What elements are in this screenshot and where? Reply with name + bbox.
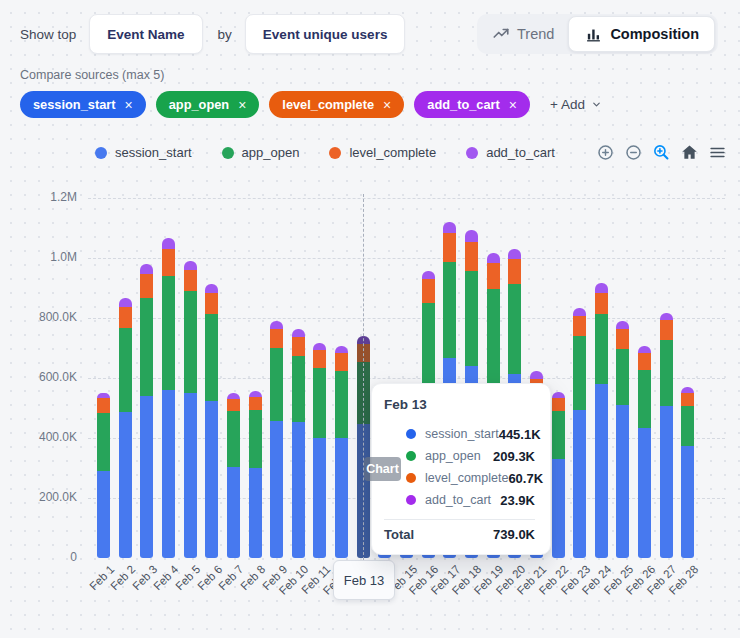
home-icon[interactable] [680,143,699,162]
bar-feb-25[interactable] [616,321,629,558]
tooltip-series-label: session_start [425,427,499,441]
legend-item-level_complete[interactable]: level_complete [329,145,436,160]
segment-session_start [97,471,110,558]
segment-level_complete [552,398,565,410]
y-axis-tick-1.0M: 1.0M [18,250,77,264]
tooltip-row-add_to_cart: add_to_cart23.9K [406,489,535,511]
segment-add_to_cart [313,343,326,350]
segment-level_complete [97,398,110,413]
chip-remove-icon[interactable]: × [125,98,133,112]
tooltip-series-label: add_to_cart [425,493,491,507]
legend-item-app_open[interactable]: app_open [222,145,300,160]
metric-selector[interactable]: Event unique users [245,14,406,54]
tooltip-series-label: level_complete [425,471,508,485]
tooltip-series-value: 60.7K [508,471,543,486]
source-chip-add_to_cart[interactable]: add_to_cart× [414,91,530,118]
segment-app_open [313,368,326,438]
chevron-down-icon [591,99,602,110]
bar-feb-1[interactable] [97,393,110,558]
segment-app_open [162,276,175,390]
segment-app_open [465,271,478,366]
bar-feb-11[interactable] [313,343,326,558]
bar-feb-10[interactable] [292,329,305,558]
segment-app_open [638,370,651,428]
source-chip-level_complete[interactable]: level_complete× [269,91,404,118]
chart-legend: session_startapp_openlevel_completeadd_t… [95,145,555,160]
bar-feb-12[interactable] [335,346,348,558]
y-axis-tick-200.0K: 200.0K [18,490,77,504]
segment-level_complete [292,337,305,356]
composition-icon [584,25,603,44]
dimension-selector[interactable]: Event Name [89,14,202,54]
tooltip-series-value: 23.9K [500,493,535,508]
segment-add_to_cart [530,371,543,379]
chip-remove-icon[interactable]: × [238,98,246,112]
segment-level_complete [487,263,500,289]
bar-feb-28[interactable] [681,387,694,558]
zoom-in-icon[interactable] [596,143,615,162]
bar-feb-23[interactable] [573,308,586,558]
zoom-out-icon[interactable] [624,143,643,162]
add-source-button[interactable]: + Add [540,97,612,112]
segment-level_complete [205,293,218,314]
segment-app_open [552,411,565,459]
segment-add_to_cart [616,321,629,329]
bar-feb-3[interactable] [140,264,153,558]
bar-feb-27[interactable] [660,313,673,558]
analytics-dashboard: Show top Event Name by Event unique user… [0,0,740,638]
segment-level_complete [681,393,694,405]
segment-session_start [313,438,326,558]
bar-feb-6[interactable] [205,284,218,558]
segment-app_open [681,406,694,446]
bar-feb-24[interactable] [595,283,608,558]
segment-level_complete [249,397,262,411]
segment-app_open [292,356,305,422]
segment-add_to_cart [465,230,478,241]
segment-level_complete [270,329,283,348]
selection-zoom-icon[interactable] [652,143,671,162]
segment-add_to_cart [573,308,586,316]
segment-level_complete [140,274,153,298]
segment-level_complete [595,293,608,314]
bar-feb-22[interactable] [552,392,565,558]
segment-app_open [249,410,262,468]
segment-session_start [140,396,153,558]
bar-feb-8[interactable] [249,391,262,558]
composition-tab[interactable]: Composition [568,16,715,52]
bar-feb-7[interactable] [227,393,240,558]
segment-add_to_cart [595,283,608,293]
segment-add_to_cart [335,346,348,353]
legend-dot [222,147,234,159]
chart-ghost-button[interactable]: Chart [364,457,401,481]
y-axis-tick-1.2M: 1.2M [18,190,77,204]
menu-icon[interactable] [708,143,727,162]
bar-feb-2[interactable] [119,298,132,558]
legend-dot [95,147,107,159]
bar-feb-9[interactable] [270,321,283,558]
bar-feb-26[interactable] [638,346,651,558]
chip-label: app_open [169,97,229,112]
bar-feb-4[interactable] [162,238,175,558]
trend-tab[interactable]: Trend [487,25,568,44]
source-chip-session_start[interactable]: session_start× [20,91,146,118]
segment-add_to_cart [508,249,521,259]
segment-session_start [638,428,651,559]
chip-remove-icon[interactable]: × [509,98,517,112]
legend-item-session_start[interactable]: session_start [95,145,192,160]
chip-remove-icon[interactable]: × [383,98,391,112]
legend-item-add_to_cart[interactable]: add_to_cart [466,145,555,160]
legend-label: app_open [242,145,300,160]
segment-app_open [205,314,218,401]
tooltip-series-value: 445.1K [499,427,541,442]
segment-level_complete [335,353,348,370]
segment-level_complete [573,316,586,336]
segment-session_start [292,422,305,559]
legend-label: add_to_cart [486,145,555,160]
bar-feb-5[interactable] [184,261,197,558]
segment-app_open [595,314,608,384]
segment-add_to_cart [660,313,673,321]
by-label: by [218,27,232,42]
source-chip-app_open[interactable]: app_open× [156,91,260,118]
segment-session_start [205,401,218,558]
segment-session_start [249,468,262,558]
